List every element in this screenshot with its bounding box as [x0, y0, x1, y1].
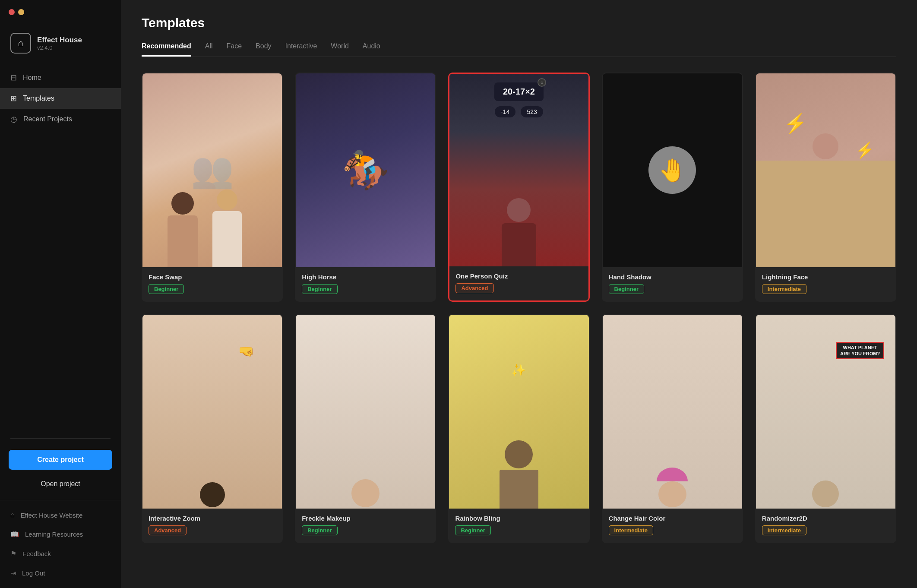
create-project-button[interactable]: Create project — [9, 450, 112, 470]
card-info-freckle-makeup: Freckle Makeup Beginner — [296, 509, 435, 542]
thumb-randomizer2d: WHAT PLANETARE YOU FROM? — [756, 315, 895, 509]
minimize-button[interactable] — [18, 9, 24, 15]
card-info-one-person-quiz: One Person Quiz Advanced — [449, 266, 588, 300]
card-badge-one-person-quiz: Advanced — [455, 283, 493, 293]
sidebar-item-label-logout: Log Out — [22, 569, 45, 577]
sidebar-item-templates[interactable]: ⊞ Templates — [0, 88, 121, 109]
card-name-high-horse: High Horse — [302, 273, 429, 281]
card-name-face-swap: Face Swap — [149, 273, 276, 281]
sidebar-item-home[interactable]: ⊟ Home — [0, 67, 121, 88]
sidebar-item-label-learning: Learning Resources — [25, 531, 83, 538]
thumb-change-hair-color — [603, 315, 742, 509]
sidebar-item-label-feedback: Feedback — [22, 550, 51, 557]
template-card-change-hair-color[interactable]: Change Hair Color Intermediate — [602, 314, 743, 543]
card-info-interactive-zoom: Interactive Zoom Advanced — [142, 509, 282, 542]
feedback-icon: ⚑ — [10, 550, 16, 558]
card-badge-change-hair-color: Intermediate — [609, 525, 653, 535]
sidebar-item-label-templates: Templates — [23, 95, 54, 102]
quiz-option2: 523 — [521, 106, 543, 117]
templates-icon: ⊞ — [10, 94, 17, 103]
card-info-hand-shadow: Hand Shadow Beginner — [603, 267, 742, 301]
tabs-bar: Recommended All Face Body Interactive Wo… — [142, 42, 896, 57]
sidebar-item-label-recent: Recent Projects — [23, 115, 72, 123]
card-info-randomizer2d: Randomizer2D Intermediate — [756, 509, 895, 542]
card-name-randomizer2d: Randomizer2D — [762, 515, 889, 522]
sidebar-item-website[interactable]: ⌂ Effect House Website — [0, 506, 121, 525]
page-title: Templates — [142, 16, 896, 30]
tab-face[interactable]: Face — [226, 42, 242, 57]
template-card-freckle-makeup[interactable]: Freckle Makeup Beginner — [295, 314, 436, 543]
card-name-change-hair-color: Change Hair Color — [609, 515, 736, 522]
card-info-face-swap: Face Swap Beginner — [142, 267, 282, 301]
template-grid-row1: 👥 Face Swap Beginner 🏇 High Horse Beginn… — [142, 73, 896, 302]
tab-interactive[interactable]: Interactive — [285, 42, 317, 57]
tab-all[interactable]: All — [205, 42, 213, 57]
card-badge-interactive-zoom: Advanced — [149, 525, 187, 535]
template-card-high-horse[interactable]: 🏇 High Horse Beginner — [295, 73, 436, 302]
app-title: Effect House — [37, 36, 82, 44]
sidebar-item-learning[interactable]: 📖 Learning Resources — [0, 525, 121, 544]
card-badge-randomizer2d: Intermediate — [762, 525, 806, 535]
template-grid-row2: 🤜 Interactive Zoom Advanced Freckle Make… — [142, 314, 896, 543]
card-info-lightning-face: Lightning Face Intermediate — [756, 267, 895, 301]
tab-recommended[interactable]: Recommended — [142, 42, 191, 57]
template-card-hand-shadow[interactable]: 🤚 Hand Shadow Beginner — [602, 73, 743, 302]
sidebar-item-label-home: Home — [23, 74, 41, 82]
sidebar-item-label-website: Effect House Website — [21, 512, 83, 519]
titlebar — [0, 0, 121, 24]
recent-icon: ◷ — [10, 114, 17, 124]
tab-audio[interactable]: Audio — [363, 42, 380, 57]
sidebar-item-logout[interactable]: ⇥ Log Out — [0, 563, 121, 583]
card-info-change-hair-color: Change Hair Color Intermediate — [603, 509, 742, 542]
card-name-lightning-face: Lightning Face — [762, 273, 889, 281]
card-name-freckle-makeup: Freckle Makeup — [302, 515, 429, 522]
template-card-lightning-face[interactable]: ⚡ ⚡ Lightning Face Intermediate — [755, 73, 896, 302]
template-card-face-swap[interactable]: 👥 Face Swap Beginner — [142, 73, 283, 302]
card-info-high-horse: High Horse Beginner — [296, 267, 435, 301]
divider — [10, 438, 111, 439]
sidebar-bottom: ⌂ Effect House Website 📖 Learning Resour… — [0, 500, 121, 588]
card-name-rainbow-bling: Rainbow Bling — [455, 515, 582, 522]
nav-section: ⊟ Home ⊞ Templates ◷ Recent Projects — [0, 64, 121, 435]
close-button[interactable] — [9, 9, 15, 15]
card-badge-hand-shadow: Beginner — [609, 284, 644, 294]
template-card-randomizer2d[interactable]: WHAT PLANETARE YOU FROM? Randomizer2D In… — [755, 314, 896, 543]
thumb-one-person-quiz: ○ 20-17×2 -14 523 — [449, 74, 588, 266]
thumb-rainbow-bling: ✨ — [449, 315, 588, 509]
template-card-interactive-zoom[interactable]: 🤜 Interactive Zoom Advanced — [142, 314, 283, 543]
main-content: Templates Recommended All Face Body Inte… — [121, 0, 917, 588]
thumb-lightning-face: ⚡ ⚡ — [756, 73, 895, 267]
card-badge-lightning-face: Intermediate — [762, 284, 806, 294]
open-project-button[interactable]: Open project — [9, 476, 112, 492]
thumb-face-swap: 👥 — [142, 73, 282, 267]
logo-area: ⌂ Effect House v2.4.0 — [0, 24, 121, 64]
thumb-hand-shadow: 🤚 — [603, 73, 742, 267]
learning-icon: 📖 — [10, 530, 19, 538]
logout-icon: ⇥ — [10, 569, 16, 577]
template-card-rainbow-bling[interactable]: ✨ Rainbow Bling Beginner — [448, 314, 589, 543]
tab-world[interactable]: World — [331, 42, 349, 57]
thumb-freckle-makeup — [296, 315, 435, 509]
sidebar-item-feedback[interactable]: ⚑ Feedback — [0, 544, 121, 563]
quiz-board-text: 20-17×2 — [494, 82, 544, 101]
thumb-interactive-zoom: 🤜 — [142, 315, 282, 509]
template-card-one-person-quiz[interactable]: ○ 20-17×2 -14 523 One Person Quiz — [448, 73, 589, 302]
website-icon: ⌂ — [10, 511, 15, 519]
sidebar-item-recent-projects[interactable]: ◷ Recent Projects — [0, 109, 121, 130]
home-icon: ⊟ — [10, 73, 17, 82]
logo-icon: ⌂ — [10, 33, 31, 54]
traffic-lights — [9, 9, 24, 15]
app-version: v2.4.0 — [37, 44, 82, 51]
sidebar: ⌂ Effect House v2.4.0 ⊟ Home ⊞ Templates… — [0, 0, 121, 588]
tab-body[interactable]: Body — [256, 42, 271, 57]
card-badge-face-swap: Beginner — [149, 284, 184, 294]
card-badge-rainbow-bling: Beginner — [455, 525, 490, 535]
card-name-hand-shadow: Hand Shadow — [609, 273, 736, 281]
card-badge-high-horse: Beginner — [302, 284, 337, 294]
card-name-one-person-quiz: One Person Quiz — [455, 272, 582, 280]
card-name-interactive-zoom: Interactive Zoom — [149, 515, 276, 522]
logo-text: Effect House v2.4.0 — [37, 36, 82, 51]
card-info-rainbow-bling: Rainbow Bling Beginner — [449, 509, 588, 542]
card-badge-freckle-makeup: Beginner — [302, 525, 337, 535]
thumb-high-horse: 🏇 — [296, 73, 435, 267]
